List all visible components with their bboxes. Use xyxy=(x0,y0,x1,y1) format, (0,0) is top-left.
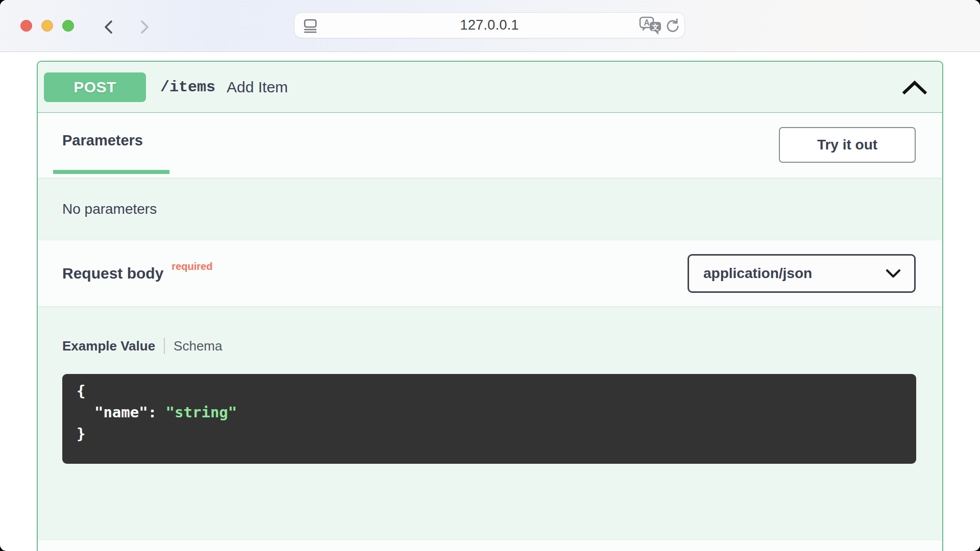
endpoint-summary: Add Item xyxy=(227,79,288,96)
code-close-brace: } xyxy=(77,425,85,442)
code-open-brace: { xyxy=(77,382,85,399)
reload-icon xyxy=(665,18,680,34)
parameters-section-header: Parameters Try it out xyxy=(38,113,942,178)
tab-divider xyxy=(164,338,165,354)
zoom-button[interactable] xyxy=(62,20,74,32)
collapse-button[interactable] xyxy=(901,77,928,97)
endpoint-path: /items xyxy=(160,79,215,96)
active-tab-underline xyxy=(53,170,169,174)
code-colon: : xyxy=(148,404,166,421)
svg-text:文: 文 xyxy=(651,23,659,31)
opblock-post-items: POST /items Add Item Parameters Try it o… xyxy=(37,61,943,551)
request-body-title-group: Request body required xyxy=(62,265,212,282)
code-indent xyxy=(77,404,94,421)
tab-schema[interactable]: Schema xyxy=(174,338,222,354)
browser-toolbar: 127.0.0.1 A 文 xyxy=(0,0,980,52)
address-bar[interactable]: 127.0.0.1 A 文 xyxy=(294,12,685,38)
page-content: POST /items Add Item Parameters Try it o… xyxy=(0,52,980,550)
translate-icon: A 文 xyxy=(639,15,662,37)
no-parameters-text: No parameters xyxy=(62,201,157,217)
required-badge: required xyxy=(172,261,212,272)
url-text: 127.0.0.1 xyxy=(295,13,684,38)
chevron-up-icon xyxy=(902,80,927,95)
window-controls xyxy=(20,20,74,32)
forward-button[interactable] xyxy=(136,18,153,36)
example-code-block: { "name": "string" } xyxy=(62,374,916,464)
browser-window: 127.0.0.1 A 文 xyxy=(0,0,980,551)
close-button[interactable] xyxy=(20,20,32,32)
model-example-tabs: Example Value Schema xyxy=(62,338,223,354)
back-icon xyxy=(101,19,116,35)
code-key: "name" xyxy=(94,404,148,421)
request-body-section-header: Request body required application/json xyxy=(38,240,942,306)
try-it-out-button[interactable]: Try it out xyxy=(779,127,916,163)
tab-parameters[interactable]: Parameters xyxy=(62,132,143,149)
opblock-summary[interactable]: POST /items Add Item xyxy=(38,62,942,113)
request-body-example-section: Example Value Schema { "name": "string" … xyxy=(38,306,942,540)
translate-button[interactable]: A 文 xyxy=(639,15,662,37)
code-value: "string" xyxy=(166,404,237,421)
minimize-button[interactable] xyxy=(41,20,53,32)
request-body-title: Request body xyxy=(62,265,163,282)
tab-example-value[interactable]: Example Value xyxy=(62,338,155,354)
chevron-down-icon xyxy=(886,269,901,278)
svg-text:A: A xyxy=(644,18,650,27)
no-parameters-row: No parameters xyxy=(38,178,942,240)
method-badge: POST xyxy=(44,72,146,102)
forward-icon xyxy=(137,19,152,35)
reload-button[interactable] xyxy=(665,18,680,34)
responses-section-header xyxy=(38,540,942,551)
content-type-select[interactable]: application/json xyxy=(688,254,916,293)
content-type-value: application/json xyxy=(703,265,812,282)
back-button[interactable] xyxy=(100,18,117,36)
